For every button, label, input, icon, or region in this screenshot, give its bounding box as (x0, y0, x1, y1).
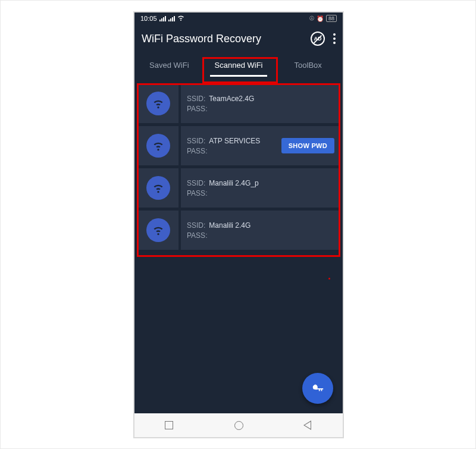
ssid-value: Manalili 2.4G (209, 221, 250, 230)
tabs: Saved WiFi Scanned WiFi ToolBox (134, 53, 343, 77)
ssid-label: SSID: (187, 137, 205, 145)
nav-home-button[interactable] (234, 421, 243, 430)
content-area: SSID:TeamAce2.4G PASS: SSID:ATP SERVICES… (134, 77, 343, 413)
signal-icon (168, 16, 175, 21)
network-row[interactable]: SSID:ATP SERVICES PASS: SHOW PWD (138, 126, 339, 165)
ssid-label: SSID: (187, 221, 205, 230)
row-icon-cell (138, 84, 181, 123)
nav-recents-button[interactable] (165, 421, 173, 429)
app-title: WiFi Password Recovery (142, 33, 311, 45)
network-row[interactable]: SSID:Manalili 2.4G PASS: (138, 211, 339, 250)
row-icon-cell (138, 126, 181, 165)
tab-toolbox[interactable]: ToolBox (273, 53, 343, 77)
ssid-value: ATP SERVICES (209, 137, 260, 145)
status-time: 10:05 (140, 15, 157, 22)
nav-back-button[interactable] (305, 420, 312, 430)
network-row[interactable]: SSID:TeamAce2.4G PASS: (138, 84, 339, 123)
ssid-value: Manalili 2.4G_p (209, 179, 258, 187)
more-options-button[interactable] (333, 33, 336, 44)
alarm-icon: ⏰ (317, 15, 324, 22)
network-row[interactable]: SSID:Manalili 2.4G_p PASS: (138, 168, 339, 208)
wifi-icon (177, 14, 184, 23)
no-ads-icon[interactable]: AD (311, 32, 325, 46)
system-navbar (134, 413, 343, 437)
wifi-icon (146, 176, 170, 200)
battery-indicator: 88 (326, 15, 337, 22)
lock-icon: ⦾ (309, 15, 314, 22)
pass-label: PASS: (187, 189, 207, 197)
ssid-label: SSID: (187, 179, 205, 187)
tab-saved-wifi[interactable]: Saved WiFi (134, 53, 204, 77)
annotation-dot (328, 278, 330, 280)
key-icon (311, 382, 324, 395)
tab-scanned-wifi[interactable]: Scanned WiFi (204, 53, 274, 77)
app-bar: WiFi Password Recovery AD (134, 24, 343, 53)
pass-label: PASS: (187, 105, 207, 113)
wifi-icon (146, 92, 170, 115)
row-icon-cell (138, 211, 181, 250)
status-bar: 10:05 ⦾ ⏰ 88 (134, 12, 343, 24)
wifi-icon (146, 134, 170, 158)
show-password-button[interactable]: SHOW PWD (281, 138, 334, 153)
ssid-label: SSID: (187, 95, 205, 103)
phone-frame: 10:05 ⦾ ⏰ 88 WiFi Password Recovery AD S… (133, 11, 344, 438)
network-list: SSID:TeamAce2.4G PASS: SSID:ATP SERVICES… (134, 84, 343, 250)
pass-label: PASS: (187, 231, 207, 240)
ssid-value: TeamAce2.4G (209, 95, 254, 103)
signal-icon (159, 16, 166, 21)
wifi-icon (146, 218, 170, 242)
pass-label: PASS: (187, 147, 207, 155)
fab-key-button[interactable] (302, 373, 333, 404)
row-icon-cell (138, 168, 181, 208)
